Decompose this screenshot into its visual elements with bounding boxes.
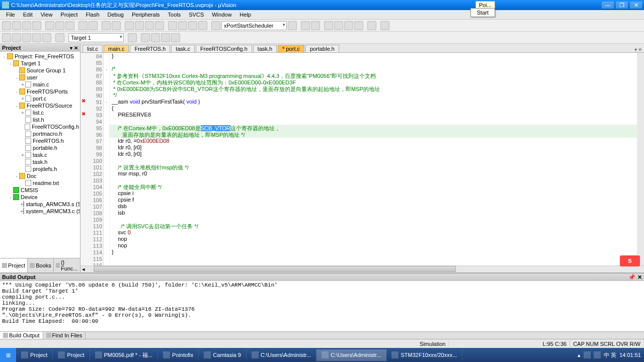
menu-flash[interactable]: Flash [82,11,104,19]
fold-column[interactable]: -- [104,53,110,265]
pointofix-start-button[interactable]: Start [470,8,495,17]
tree-item[interactable]: +list.c [1,109,79,116]
manage-project-button[interactable] [141,33,150,42]
build-tab[interactable]: Build Output [0,332,43,339]
paste-button[interactable] [65,21,74,30]
file-tab[interactable]: *port.c [278,45,304,52]
tree-item[interactable]: Source Group 1 [1,67,79,74]
tree-item[interactable]: readme.txt [1,179,79,187]
build-output-text[interactable]: *** Using Compiler 'V5.06 update 6 (buil… [0,281,644,331]
taskbar-item[interactable]: STM32F10xxx/20xxx... [386,349,462,361]
taskbar-item[interactable]: Camtasia 9 [199,349,247,361]
menu-window[interactable]: Window [208,11,235,19]
project-tree[interactable]: -Project: Fire_FreeRTOS-Target 1Source G… [0,52,80,258]
comment-button[interactable] [188,21,197,30]
clock[interactable]: 14:01:51 [619,352,641,358]
tree-item[interactable]: -FreeRTOS/Source [1,102,79,109]
tray-icon[interactable] [594,351,601,358]
batch-build-button[interactable] [32,33,41,42]
menu-file[interactable]: File [2,11,19,19]
taskbar-item[interactable]: C:\Users\Administr... [316,349,386,361]
build-pin-icon[interactable]: 📌 [628,274,635,281]
nav-fwd-button[interactable] [112,21,121,30]
translate-button[interactable] [2,33,11,42]
taskbar-item[interactable]: Project [53,349,90,361]
line-number-margin[interactable]: 8485868788899091929394959697989910010110… [80,53,104,265]
tree-item[interactable]: portmacro.h [1,130,79,137]
menu-debug[interactable]: Debug [104,11,128,19]
menu-tools[interactable]: Tools [164,11,185,19]
system-tray[interactable]: ▴ 中 英 14:01:51 [575,351,644,359]
pack-installer-button[interactable] [171,33,180,42]
tree-item[interactable]: list.h [1,116,79,123]
uncomment-button[interactable] [198,21,207,30]
tools-button[interactable] [354,21,363,30]
taskbar-item[interactable]: PM0056.pdf * - 福... [90,349,158,361]
build-tab[interactable]: Find In Files [43,332,86,339]
tree-item[interactable]: FreeRTOSConfig.h [1,123,79,130]
find-button[interactable] [211,21,220,30]
bookmark-clear-button[interactable] [155,21,164,30]
config-wizard-button[interactable] [380,21,389,30]
open-button[interactable] [12,21,21,30]
tree-item[interactable]: portable.h [1,144,79,151]
close-button[interactable]: ✕ [630,2,642,9]
file-tab[interactable]: task.h [253,45,277,52]
minimize-button[interactable]: — [602,2,614,9]
project-panel-options[interactable]: ▾ ✕ [70,45,78,51]
find-combo[interactable]: xPortStartScheduler [221,21,287,30]
tree-item[interactable]: +system_ARMCM3.c (Startup) [1,208,79,215]
redo-button[interactable] [89,21,98,30]
outdent-button[interactable] [178,21,187,30]
maximize-button[interactable]: ❐ [616,2,628,9]
new-button[interactable] [2,21,11,30]
tree-item[interactable]: -Doc [1,172,79,179]
target-combo[interactable]: Target 1 [68,33,124,42]
tray-up-icon[interactable]: ▴ [578,352,581,358]
tree-item[interactable]: +startup_ARMCM3.s (Startup) [1,201,79,208]
vertical-scrollbar[interactable] [637,53,644,265]
bookmark-prev-button[interactable] [135,21,144,30]
tray-icon[interactable] [584,351,591,358]
taskbar-item[interactable]: Project [16,349,53,361]
undo-button[interactable] [78,21,88,30]
tree-item[interactable]: projdefs.h [1,165,79,172]
saveall-button[interactable] [32,21,41,30]
tree-item[interactable]: -FreeRTOS/Ports [1,88,79,95]
menu-edit[interactable]: Edit [19,11,37,19]
menu-peripherals[interactable]: Peripherals [128,11,164,19]
tree-item[interactable]: -Device [1,194,79,201]
ime-indicator[interactable]: 中 英 [604,351,616,359]
record-macro-button[interactable] [324,21,333,30]
menu-view[interactable]: View [37,11,57,19]
debug-config-button[interactable] [311,21,320,30]
sidebar-tab[interactable]: Project [0,258,28,273]
options-button[interactable] [128,33,137,42]
tree-item[interactable]: CMSIS [1,187,79,194]
play-macro-button[interactable] [344,21,353,30]
cut-button[interactable] [45,21,54,30]
file-tab[interactable]: task.c [171,45,195,52]
file-tab[interactable]: FreeRTOSConfig.h [196,45,252,52]
nav-back-button[interactable] [102,21,111,30]
find-go-button[interactable] [288,21,297,30]
download-button[interactable] [55,33,64,42]
bookmark-next-button[interactable] [145,21,154,30]
manage-rte-button[interactable] [151,33,160,42]
tab-dropdown-icon[interactable]: ▾ [634,47,637,52]
menu-help[interactable]: Help [235,11,255,19]
build-button[interactable] [12,33,21,42]
window-split-button[interactable] [367,21,376,30]
tree-item[interactable]: task.h [1,158,79,165]
tree-item[interactable]: +main.c [1,81,79,88]
file-tab[interactable]: portable.h [305,45,339,52]
tree-item[interactable]: FreeRTOS.h [1,137,79,144]
indent-button[interactable] [168,21,177,30]
taskbar-item[interactable]: C:\Users\Administr... [247,349,316,361]
incsearch-button[interactable] [301,21,310,30]
tree-item[interactable]: +task.c [1,151,79,158]
start-button[interactable]: ⊞ [0,348,16,362]
build-close-button[interactable]: ✕ [637,274,642,281]
taskbar-item[interactable]: Pointofix [158,349,199,361]
file-tab[interactable]: list.c [83,45,103,52]
